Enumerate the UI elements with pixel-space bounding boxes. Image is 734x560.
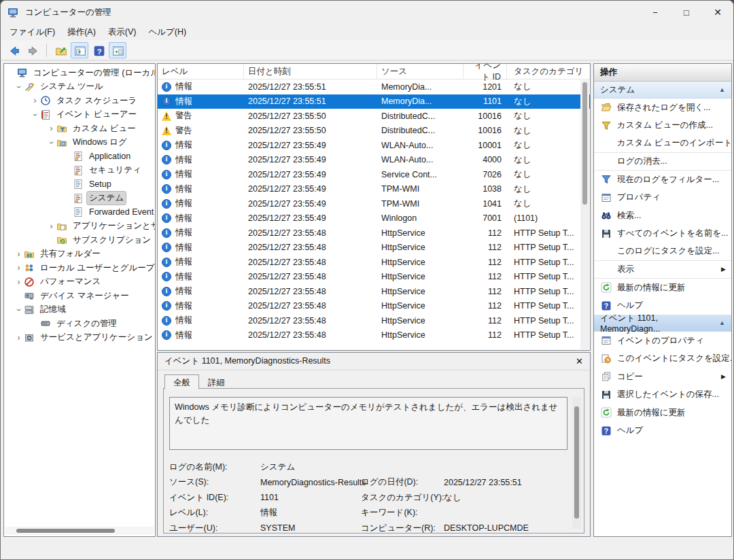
event-row[interactable]: 情報 2025/12/27 23:55:49 TPM-WMI 1041 なし	[158, 196, 590, 211]
event-row[interactable]: 警告 2025/12/27 23:55:50 DistributedC... 1…	[158, 124, 590, 139]
close-button[interactable]: ✕	[702, 1, 733, 24]
tree-expander-icon[interactable]	[14, 250, 24, 258]
tab-details[interactable]: 詳細	[199, 374, 234, 389]
event-row[interactable]: 情報 2025/12/27 23:55:48 HttpService 112 H…	[158, 284, 590, 299]
action-refresh-event[interactable]: 最新の情報に更新 ▶	[594, 404, 731, 422]
action-create-custom-view[interactable]: カスタム ビューの作成... ▶	[594, 117, 731, 135]
tree-item-event-viewer[interactable]: イベント ビューアー	[4, 108, 155, 122]
action-save-all-events[interactable]: すべてのイベントを名前を... ▶	[594, 225, 731, 243]
action-clear-log[interactable]: ログの消去... ▶	[594, 153, 731, 171]
back-button[interactable]	[5, 42, 22, 58]
event-list-scrollbar[interactable]	[580, 80, 589, 349]
menu-action[interactable]: 操作(A)	[61, 24, 102, 40]
event-row[interactable]: 情報 2025/12/27 23:55:49 WLAN-Auto... 1000…	[158, 138, 590, 153]
tree-item-local-users-groups[interactable]: ローカル ユーザーとグループ	[4, 261, 155, 275]
collapse-icon[interactable]: ▲	[719, 86, 725, 93]
action-pane-toggle[interactable]	[109, 42, 126, 58]
tree-item-system[interactable]: システム	[4, 192, 155, 206]
action-attach-task-to-log[interactable]: このログにタスクを設定... ▶	[594, 243, 731, 261]
tab-general[interactable]: 全般	[164, 374, 199, 389]
action-view[interactable]: 表示 ▶	[594, 261, 731, 279]
action-filter-current-log[interactable]: 現在のログをフィルター... ▶	[594, 171, 731, 189]
event-row[interactable]: 情報 2025/12/27 23:55:48 HttpService 112 H…	[158, 270, 590, 285]
menu-help[interactable]: ヘルプ(H)	[142, 24, 192, 40]
event-row[interactable]: 情報 2025/12/27 23:55:48 HttpService 112 H…	[158, 255, 590, 270]
tree-expander-icon[interactable]	[46, 139, 56, 147]
maximize-button[interactable]: □	[671, 1, 702, 24]
action-copy[interactable]: コピー ▶	[594, 368, 731, 386]
tree-expander-icon[interactable]	[14, 264, 24, 272]
tree-item-device-manager[interactable]: デバイス マネージャー	[4, 289, 155, 303]
event-source: WLAN-Auto...	[377, 141, 464, 150]
scrollbar-thumb[interactable]	[582, 82, 587, 205]
action-import-custom-view[interactable]: カスタム ビューのインポート... ▶	[594, 135, 731, 153]
action-find[interactable]: 検索... ▶	[594, 207, 731, 225]
event-message[interactable]: Windows メモリ診断によりコンピューターのメモリがテストされましたが、エラ…	[169, 397, 567, 450]
event-row-selected[interactable]: 情報 2025/12/27 23:55:51 MemoryDia... 1101…	[158, 94, 590, 109]
tree-item-task-scheduler[interactable]: タスク スケジューラ	[4, 94, 155, 108]
action-properties[interactable]: プロパティ ▶	[594, 189, 731, 207]
detail-scrollbar[interactable]	[572, 397, 581, 529]
tree-item-app-services-logs[interactable]: アプリケーションとサービス	[4, 220, 155, 234]
action-help-event[interactable]: ヘルプ ▶	[594, 422, 731, 440]
event-row[interactable]: 情報 2025/12/27 23:55:49 TPM-WMI 1038 なし	[158, 182, 590, 197]
tree-horizontal-scrollbar[interactable]	[5, 527, 154, 535]
column-header-datetime[interactable]: 日付と時刻	[244, 64, 377, 79]
menu-view[interactable]: 表示(V)	[102, 24, 143, 40]
scrollbar-thumb[interactable]	[574, 406, 579, 519]
tree-item-forwarded-events[interactable]: Forwarded Event	[4, 205, 155, 220]
tree-expander-icon[interactable]	[14, 306, 24, 314]
event-row[interactable]: 情報 2025/12/27 23:55:51 MemoryDia... 1201…	[158, 80, 590, 94]
detail-close-icon[interactable]: ✕	[576, 356, 583, 366]
tree-item-setup[interactable]: Setup	[4, 177, 155, 192]
column-header-source[interactable]: ソース	[377, 64, 464, 79]
tree-expander-icon[interactable]	[30, 97, 40, 105]
minimize-button[interactable]: −	[640, 1, 671, 24]
tree-item-application[interactable]: Application	[4, 150, 155, 164]
action-attach-task-to-event[interactable]: このイベントにタスクを設定... ▶	[594, 350, 731, 368]
forward-button[interactable]	[24, 42, 41, 58]
tree-item-performance[interactable]: パフォーマンス	[4, 275, 155, 290]
tree-expander-icon[interactable]	[30, 111, 40, 119]
event-row[interactable]: 情報 2025/12/27 23:55:49 Winlogon 7001 (11…	[158, 211, 590, 226]
event-row[interactable]: 情報 2025/12/27 23:55:48 HttpService 112 H…	[158, 241, 590, 256]
export-list-button[interactable]	[52, 42, 69, 58]
actions-section-event[interactable]: イベント 1101, MemoryDiagn... ▲	[594, 315, 731, 332]
event-row[interactable]: 情報 2025/12/27 23:55:48 HttpService 112 H…	[158, 299, 590, 314]
tree-item-custom-views[interactable]: カスタム ビュー	[4, 122, 155, 136]
column-header-event-id[interactable]: イベント ID	[464, 64, 507, 79]
scrollbar-thumb[interactable]	[16, 529, 115, 533]
event-row[interactable]: 情報 2025/12/27 23:55:48 HttpService 112 H…	[158, 328, 590, 343]
console-tree-toggle[interactable]	[71, 42, 88, 58]
tree-expander-icon[interactable]	[14, 278, 24, 286]
action-save-selected-events[interactable]: 選択したイベントの保存... ▶	[594, 386, 731, 404]
tree-item-computer-management[interactable]: コンピューターの管理 (ローカル)	[4, 66, 155, 80]
tree-item-shared-folders[interactable]: 共有フォルダー	[4, 247, 155, 262]
tree-item-windows-logs[interactable]: Windows ログ	[4, 136, 155, 150]
menu-file[interactable]: ファイル(F)	[3, 24, 61, 40]
tree-item-security[interactable]: セキュリティ	[4, 164, 155, 178]
tree-item-disk-management[interactable]: ディスクの管理	[4, 317, 155, 331]
tree-expander-icon[interactable]	[46, 222, 56, 230]
tree-item-subscriptions[interactable]: サブスクリプション	[4, 233, 155, 247]
event-row[interactable]: 情報 2025/12/27 23:55:48 HttpService 112 H…	[158, 313, 590, 328]
column-header-task-category[interactable]: タスクのカテゴリ	[507, 64, 590, 79]
tree-item-storage[interactable]: 記憶域	[4, 303, 155, 317]
tree-expander-icon[interactable]	[14, 334, 24, 342]
actions-section-system[interactable]: システム ▲	[594, 82, 731, 99]
tree-expander-icon[interactable]	[46, 124, 56, 133]
action-open-saved-log[interactable]: 保存されたログを開く... ▶	[594, 99, 731, 117]
event-row[interactable]: 情報 2025/12/27 23:55:48 HttpService 112 H…	[158, 226, 590, 241]
tree-expander-icon[interactable]	[14, 83, 24, 91]
action-refresh[interactable]: 最新の情報に更新 ▶	[594, 279, 731, 297]
event-row[interactable]: 情報 2025/12/27 23:55:49 WLAN-Auto... 4000…	[158, 153, 590, 168]
tree-item-services-applications[interactable]: サービスとアプリケーション	[4, 331, 155, 345]
column-header-level[interactable]: レベル	[158, 64, 244, 79]
tree-item-system-tools[interactable]: システム ツール	[4, 80, 155, 94]
action-event-properties[interactable]: イベントのプロパティ ▶	[594, 332, 731, 350]
event-row[interactable]: 警告 2025/12/27 23:55:50 DistributedC... 1…	[158, 109, 590, 124]
event-row[interactable]: 情報 2025/12/27 23:55:49 Service Cont... 7…	[158, 167, 590, 182]
action-help[interactable]: ヘルプ ▶	[594, 297, 731, 315]
collapse-icon[interactable]: ▲	[719, 319, 725, 326]
help-button[interactable]	[90, 42, 107, 58]
